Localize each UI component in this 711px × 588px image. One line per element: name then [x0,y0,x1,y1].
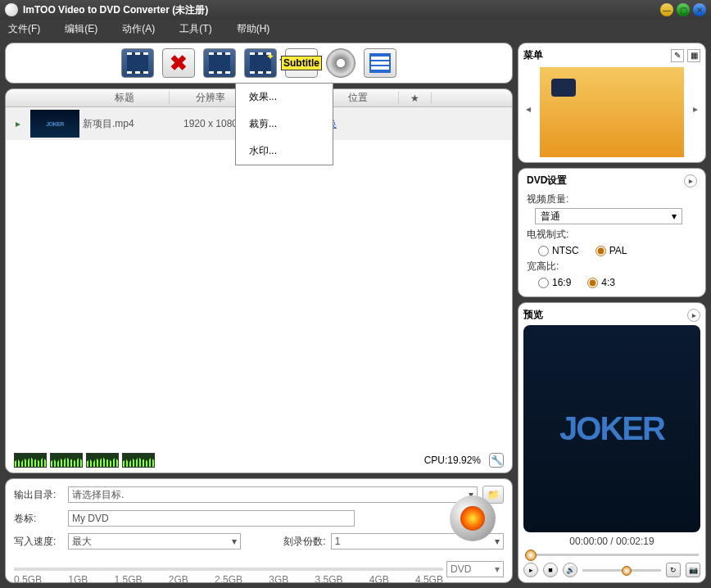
quality-label: 视频质量: [527,192,697,206]
header-star[interactable]: ★ [399,93,432,104]
menu-next-button[interactable]: ▸ [691,103,700,115]
header-title[interactable]: 标题 [79,91,170,105]
cpu-graph-icon [14,453,47,468]
preview-expand-button[interactable]: ▸ [687,309,700,322]
expand-button[interactable]: ▸ [684,174,697,188]
volume-label: 卷标: [14,512,63,526]
size-scale: 0.5GB1GB1.5GB 2GB2.5GB3GB 3.5GB4GB4.5GB … [6,556,512,582]
window-title: ImTOO Video to DVD Converter (未注册) [23,3,657,17]
write-speed-select[interactable]: 最大▾ [68,533,241,550]
seek-slider[interactable] [525,554,699,556]
row-title: 新项目.mp4 [79,117,170,131]
effects-menu: 效果... 裁剪... 水印... [235,83,333,165]
menu-preview[interactable] [540,67,684,157]
close-button[interactable]: ✕ [693,3,706,16]
radio-169[interactable]: 16:9 [538,277,571,288]
copies-label: 刻录份数: [283,535,325,549]
tv-system-label: 电视制式: [527,228,697,242]
burn-button[interactable] [450,495,496,541]
snapshot-button[interactable]: 📷 [686,563,700,577]
settings-gear-button[interactable]: 🔧 [489,453,504,468]
preview-time: 00:00:00 / 00:02:19 [523,536,700,547]
preview-video[interactable]: JOKER [523,325,700,532]
app-logo-icon [5,3,18,16]
cpu-graph-icon [122,453,155,468]
dvd-settings-panel: DVD设置▸ 视频质量: 普通▾ 电视制式: NTSC PAL 宽高比: 16:… [518,168,706,297]
disc-button[interactable] [326,48,356,78]
menu-action[interactable]: 动作(A) [122,22,155,36]
volume-button[interactable]: 🔊 [563,563,577,577]
titlebar: ImTOO Video to DVD Converter (未注册) — ▢ ✕ [0,0,711,20]
maximize-button[interactable]: ▢ [677,3,690,16]
radio-ntsc[interactable]: NTSC [538,245,579,256]
menu-template-panel: 菜单 ✎ ▦ ◂ ▸ [518,43,706,163]
menu-item-watermark[interactable]: 水印... [236,138,333,165]
effects-dropdown-button[interactable] [244,48,277,78]
output-dir-input[interactable]: 请选择目标.▾ [68,486,478,503]
menu-tool[interactable]: 工具(T) [179,22,211,36]
output-panel: 输出目录: 请选择目标.▾ 📁 卷标: My DVD 写入速度: 最大▾ 刻录份… [5,478,513,583]
play-button[interactable]: ▸ [523,563,538,577]
minimize-button[interactable]: — [660,3,673,16]
menu-panel-title: 菜单 [523,48,668,62]
aspect-label: 宽高比: [527,260,697,274]
volume-slider[interactable] [582,569,661,572]
preview-panel: 预览▸ JOKER 00:00:00 / 00:02:19 ▸ ■ 🔊 ↻ 📷 [518,302,706,583]
menu-help[interactable]: 帮助(H) [237,22,270,36]
template-grid-button[interactable]: ▦ [687,49,700,62]
row-play-button[interactable]: ▸ [6,118,30,129]
menubar: 文件(F) 编辑(E) 动作(A) 工具(T) 帮助(H) [0,20,711,38]
write-speed-label: 写入速度: [14,535,63,549]
row-thumbnail: JOKER [30,110,79,138]
cut-button[interactable] [203,48,236,78]
cpu-graph-icon [86,453,119,468]
edit-menu-button[interactable]: ✎ [671,49,684,62]
cpu-graph-icon [50,453,83,468]
quality-select[interactable]: 普通▾ [535,208,682,224]
preview-title: 预览 [523,308,687,322]
cpu-label: CPU:19.92% [424,455,481,466]
delete-button[interactable]: ✖ [162,48,195,78]
scale-track[interactable]: 0.5GB1GB1.5GB 2GB2.5GB3GB 3.5GB4GB4.5GB [14,568,443,571]
radio-43[interactable]: 4:3 [587,277,615,288]
dvd-settings-title: DVD设置 [527,174,684,188]
radio-pal[interactable]: PAL [596,245,627,256]
disc-type-select[interactable]: DVD▾ [446,561,504,577]
menu-prev-button[interactable]: ◂ [523,103,533,115]
repeat-button[interactable]: ↻ [666,563,681,577]
menu-edit[interactable]: 编辑(E) [65,22,97,36]
add-video-button[interactable] [121,48,154,78]
cpu-bar: CPU:19.92% 🔧 [6,448,512,473]
menu-file[interactable]: 文件(F) [8,22,40,36]
tv-icon [551,79,576,97]
toolbar: ✖ Subtitle 效果... 裁剪... 水印... [5,43,513,84]
menu-item-crop[interactable]: 裁剪... [236,111,333,138]
list-button[interactable] [364,48,396,78]
menu-item-effect[interactable]: 效果... [236,84,333,111]
volume-input[interactable]: My DVD [68,510,355,527]
stop-button[interactable]: ■ [543,563,558,577]
subtitle-button[interactable]: Subtitle [285,48,318,78]
output-dir-label: 输出目录: [14,488,63,502]
